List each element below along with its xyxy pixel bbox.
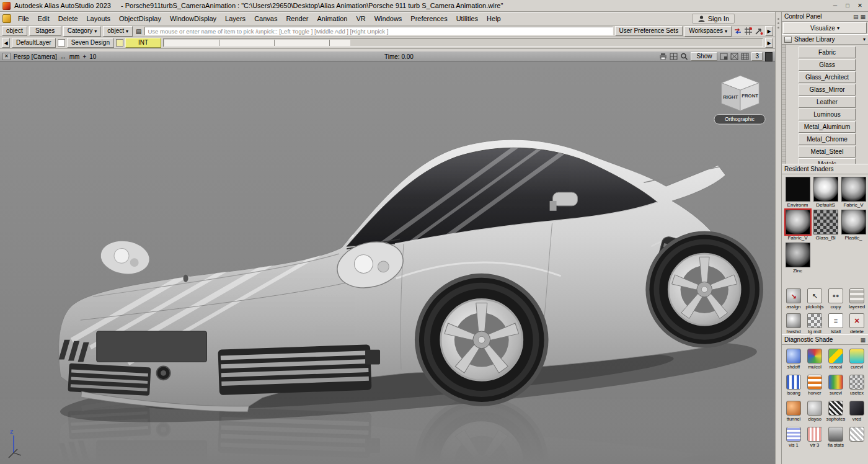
tool-copy[interactable]: ●●copy <box>825 288 846 310</box>
menu-item-preferences[interactable]: Preferences <box>406 15 451 22</box>
shader-thumbnail[interactable] <box>786 243 810 267</box>
layer-scroll-left-icon[interactable]: ◀ <box>2 38 10 48</box>
layout-grid-icon[interactable] <box>670 53 678 60</box>
menu-item-delete[interactable]: Delete <box>54 15 82 22</box>
swatch-defaults[interactable]: DefaultS <box>812 177 839 208</box>
preference-swap-icon[interactable] <box>733 27 742 35</box>
tool-hwshd[interactable]: hwshd <box>783 313 804 334</box>
shader-thumbnail-selected[interactable] <box>786 210 810 234</box>
diag-usetex[interactable]: usetex <box>846 375 867 396</box>
shader-folder-luminous[interactable]: Luminous <box>799 109 856 120</box>
int-layer-button[interactable]: INT <box>125 38 161 48</box>
show-menu-button[interactable]: Show <box>691 52 717 61</box>
viewport-3d[interactable]: RIGHT FRONT Orthographic z <box>0 62 775 464</box>
diag-sophotes[interactable]: sophotes <box>825 401 846 422</box>
diag-vred[interactable]: vred <box>846 401 867 422</box>
swatch-zinc[interactable]: Zinc <box>784 243 812 274</box>
swatch-plastic[interactable]: Plastic_ <box>839 210 867 241</box>
toolbar-scroll-right-icon[interactable]: ▶ <box>765 26 773 36</box>
shader-thumbnail[interactable] <box>841 177 866 202</box>
diag-extra-3[interactable]: fla stats <box>825 427 846 448</box>
menu-item-objectdisplay[interactable]: ObjectDisplay <box>115 15 166 22</box>
object-type-dropdown[interactable]: object▾ <box>103 26 133 37</box>
menu-item-render[interactable]: Render <box>281 15 312 22</box>
diag-extra-1[interactable]: vis 1 <box>783 427 804 448</box>
units-label[interactable]: mm <box>69 53 80 60</box>
hardware-shade-icon[interactable] <box>786 313 801 328</box>
diag-horver[interactable]: horver <box>804 375 825 396</box>
app-menu-icon[interactable] <box>2 14 11 23</box>
copy-shader-icon[interactable]: ●● <box>828 288 843 303</box>
panel-divider[interactable] <box>775 12 782 464</box>
shader-thumbnail[interactable] <box>786 177 810 202</box>
zebra-stripes-icon[interactable] <box>828 401 843 416</box>
diag-shdoff[interactable]: shdoff <box>783 349 804 370</box>
panel-dock-icon[interactable]: ▦ <box>860 14 866 20</box>
diag-ttunnel[interactable]: ttunnel <box>783 401 804 422</box>
shader-library-header[interactable]: Shader Library ▾ <box>782 34 868 45</box>
shader-thumbnail[interactable] <box>841 210 866 234</box>
visualize-dropdown[interactable]: Visualize ▾ <box>783 22 867 33</box>
pane-expand-icon[interactable] <box>730 53 738 60</box>
workspaces-dropdown[interactable]: Workspaces▾ <box>684 26 732 37</box>
diag-isoang[interactable]: isoang <box>783 375 804 396</box>
curvature-eval-icon[interactable] <box>849 349 864 364</box>
menu-item-windows[interactable]: Windows <box>370 15 407 22</box>
layer-track[interactable] <box>163 38 763 47</box>
surface-eval-icon[interactable] <box>828 375 843 390</box>
pick-prompt-input[interactable] <box>144 27 613 35</box>
diag-mulcol[interactable]: mulcol <box>804 349 825 370</box>
object-button[interactable]: object <box>2 26 27 36</box>
workspace-arrow-icon[interactable] <box>755 27 763 35</box>
menu-item-layers[interactable]: Layers <box>221 15 250 22</box>
shader-folder-metal-chrome[interactable]: Metal_Chrome <box>799 133 856 145</box>
shader-folder-glass-mirror[interactable]: Glass_Mirror <box>799 84 856 96</box>
pane-corner-icon[interactable] <box>720 53 728 60</box>
user-preference-sets-button[interactable]: User Preference Sets <box>615 26 683 36</box>
menu-item-help[interactable]: Help <box>482 15 505 22</box>
use-texture-icon[interactable] <box>849 375 864 390</box>
swatch-fabric-v1[interactable]: Fabric_V <box>839 177 867 208</box>
assign-icon[interactable]: ↘ <box>786 288 801 303</box>
fla-stats-icon[interactable] <box>828 427 843 442</box>
minimize-button[interactable]: ─ <box>830 1 841 10</box>
swatch-glass-bl[interactable]: Glass_Bl <box>812 210 839 241</box>
printer-icon[interactable] <box>659 53 667 60</box>
shade-off-icon[interactable] <box>786 349 801 364</box>
shader-folder-glass-architect[interactable]: Glass_Architect <box>799 71 856 83</box>
swatch-environment[interactable]: Environm <box>784 177 812 208</box>
random-color-icon[interactable] <box>828 349 843 364</box>
pick-objects-icon[interactable]: ↖ <box>807 288 822 303</box>
tool-layered[interactable]: layered <box>846 288 867 310</box>
diag-clayao[interactable]: clayao <box>804 401 825 422</box>
tool-assign[interactable]: ↘assign <box>783 288 804 310</box>
texture-tunnel-icon[interactable] <box>786 401 801 416</box>
menu-item-file[interactable]: File <box>14 15 33 22</box>
vis-icon[interactable] <box>786 427 801 442</box>
close-button[interactable]: ✕ <box>854 1 866 10</box>
vred-icon[interactable] <box>849 401 864 416</box>
viewport-close-icon[interactable]: ✕ <box>2 53 11 60</box>
extra-icon[interactable] <box>849 427 864 442</box>
delete-shader-icon[interactable]: ✕ <box>849 313 864 328</box>
sign-in-button[interactable]: Sign In <box>692 14 735 24</box>
diag-curevl[interactable]: curevl <box>846 349 867 370</box>
vtr-icon[interactable] <box>807 427 822 442</box>
viewport-count-button[interactable]: 3 <box>751 52 763 61</box>
zoom-icon[interactable] <box>680 53 688 60</box>
iso-angle-icon[interactable] <box>786 375 801 390</box>
shader-folder-fabric[interactable]: Fabric <box>799 47 856 58</box>
view-cube[interactable]: RIGHT FRONT Orthographic <box>713 71 768 127</box>
shader-folder-glass[interactable]: Glass <box>799 59 856 71</box>
panel-toggle-block[interactable] <box>765 52 773 61</box>
maximize-button[interactable]: □ <box>842 1 853 10</box>
shader-folder-metal-aluminum[interactable]: Metal_Aluminum <box>799 121 856 133</box>
multi-color-icon[interactable] <box>807 349 822 364</box>
diag-extra-2[interactable]: vtr 3 <box>804 427 825 448</box>
dock-grid-icon[interactable]: ▦ <box>860 337 866 343</box>
shader-folder-metal-steel[interactable]: Metal_Steel <box>799 146 856 158</box>
tool-delete[interactable]: ✕delete <box>846 313 867 334</box>
default-layer-button[interactable]: DefaultLayer <box>12 38 56 48</box>
menu-item-animation[interactable]: Animation <box>313 15 352 22</box>
diag-rancol[interactable]: rancol <box>825 349 846 370</box>
